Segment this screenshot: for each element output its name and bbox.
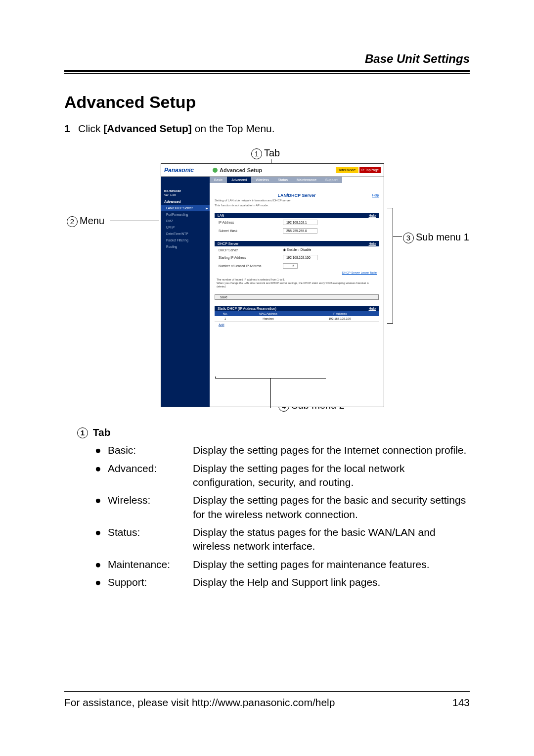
td-mac: Handset — [236, 316, 301, 322]
circ-2: 2 — [67, 216, 78, 227]
menu-routing[interactable]: Routing — [161, 243, 210, 250]
ss-model-block: KX-WPA102 Ver. 1.00 — [161, 189, 210, 198]
menu-upnp[interactable]: UPnP — [161, 224, 210, 231]
bullet-icon: ● — [95, 558, 102, 571]
row-ip: IP Address 192.168.102.1 — [215, 218, 379, 227]
bullet-icon: ● — [95, 493, 102, 521]
help-link-static[interactable]: Help — [369, 307, 376, 310]
desc-heading-text: Tab — [93, 426, 111, 438]
sec-lan-label: LAN — [218, 214, 224, 217]
router-screenshot: Panasonic Advanced Setup Hotel Mode: ⟳ T… — [161, 163, 384, 407]
circ-3: 3 — [403, 233, 414, 243]
menu-datetime[interactable]: Date/Time/NTP — [161, 231, 210, 237]
globe-icon — [213, 168, 218, 173]
section-lan: LANHelp — [215, 213, 379, 218]
num-leased-input[interactable]: 5 — [283, 263, 298, 269]
ss-pagename-text: Advanced Setup — [220, 167, 262, 173]
menu-portfwd[interactable]: PortForwarding — [161, 211, 210, 218]
desc-label-support: Support: — [108, 575, 187, 589]
dhcp-radios[interactable]: ◉ Enable ○ Disable — [283, 248, 311, 252]
desc-text-advanced: Display the setting pages for the local … — [193, 462, 470, 490]
bracket-sm2 — [215, 377, 326, 378]
step-suffix: on the Top Menu. — [192, 123, 275, 134]
bullet-icon: ● — [95, 462, 102, 490]
help-link-lan[interactable]: Help — [369, 214, 376, 217]
desc-label-advanced: Advanced: — [108, 462, 187, 490]
tab-wireless[interactable]: Wireless — [251, 177, 273, 183]
ss-main: Basic Advanced Wireless Status Maintenan… — [210, 177, 384, 407]
tab-maintenance[interactable]: Maintenance — [292, 177, 321, 183]
brand-logo: Panasonic — [164, 167, 213, 174]
bracket-submenu1 — [387, 208, 393, 324]
sec-dhcp-label: DHCP Server — [218, 242, 238, 245]
enable-label: Enable — [287, 248, 297, 251]
save-button[interactable]: Save — [215, 294, 379, 300]
step-number: 1 — [64, 123, 73, 135]
callout-line-menu — [110, 221, 159, 221]
menu-lan-dhcp[interactable]: LAN/DHCP Server — [161, 205, 210, 211]
step-1: 1 Click [Advanced Setup] on the Top Menu… — [64, 123, 470, 135]
td-ip: 192.168.102.100 — [301, 316, 379, 322]
subnet-label: Subnet Mask — [219, 229, 283, 233]
th-no: No. — [215, 311, 236, 316]
tab-status[interactable]: Status — [273, 177, 292, 183]
bullet-icon: ● — [95, 575, 102, 589]
toppage-label: TopPage — [365, 168, 379, 172]
desc-label-status: Status: — [108, 525, 187, 554]
desc-row-wireless: ● Wireless: Display the setting pages fo… — [64, 491, 470, 523]
tab-basic[interactable]: Basic — [210, 177, 227, 183]
static-table: No. MAC Address IP Address 1 Handset 192… — [215, 311, 379, 322]
menu-packetfilter[interactable]: Packet Filtering — [161, 237, 210, 243]
ss-tabs: Basic Advanced Wireless Status Maintenan… — [210, 177, 379, 183]
ss-version: Ver. 1.00 — [164, 193, 207, 196]
table-header-row: No. MAC Address IP Address — [215, 311, 379, 316]
reboot-icon: ⟳ — [361, 168, 364, 172]
brand-wrap: Panasonic — [164, 167, 213, 174]
tab-advanced[interactable]: Advanced — [227, 177, 251, 183]
desc-heading: 1 Tab — [64, 426, 470, 438]
start-ip-input[interactable]: 192.168.102.100 — [283, 255, 317, 260]
menu-dmz[interactable]: DMZ — [161, 218, 210, 224]
start-ip-label: Starting IP Address — [219, 256, 283, 259]
page-header-title: Base Unit Settings — [64, 52, 470, 66]
row-dhcp-server: DHCP Server ◉ Enable ○ Disable — [215, 246, 379, 253]
subnet-input[interactable]: 255.255.255.0 — [283, 228, 317, 234]
callout-tab: 1Tab — [251, 147, 280, 159]
callout-submenu1-label: Sub menu 1 — [416, 232, 469, 242]
num-leased-label: Number of Leased IP Address — [219, 264, 283, 268]
circ-1b: 1 — [77, 427, 88, 438]
tab-support[interactable]: Support — [321, 177, 342, 183]
step-bold: [Advanced Setup] — [103, 123, 192, 134]
ip-label: IP Address — [219, 221, 283, 224]
disable-label: Disable — [301, 248, 312, 251]
footer-page: 143 — [452, 697, 470, 709]
callout-submenu1: 3Sub menu 1 — [403, 232, 469, 243]
desc-label-maint: Maintenance: — [108, 558, 187, 571]
help-link-dhcp[interactable]: Help — [369, 242, 376, 245]
hotel-label: Hotel Mode: — [338, 168, 356, 172]
desc-text-support: Display the Help and Support link pages. — [193, 575, 470, 589]
desc-row-support: ● Support: Display the Help and Support … — [64, 573, 470, 591]
sidebar-heading: Advanced — [161, 198, 210, 205]
td-no: 1 — [215, 316, 236, 322]
lease-table-link[interactable]: DHCP Server Lease Table — [215, 270, 379, 275]
circ-1: 1 — [251, 148, 262, 159]
ss-notes: The number of leased IP address is selec… — [215, 275, 379, 291]
note2: When you change the LAN side network and… — [217, 282, 369, 288]
ss-topbar: Panasonic Advanced Setup Hotel Mode: ⟳ T… — [161, 164, 384, 177]
reboot-button[interactable]: ⟳ TopPage — [359, 167, 381, 173]
callout-menu: 2Menu — [67, 215, 104, 227]
hotel-mode-button[interactable]: Hotel Mode: — [336, 167, 358, 173]
section-static: Static DHCP (IP Address Reservation)Help — [215, 306, 379, 311]
ss-desc1: Setting of LAN side network information … — [215, 199, 379, 202]
ss-body: KX-WPA102 Ver. 1.00 Advanced LAN/DHCP Se… — [161, 177, 384, 407]
description-block: 1 Tab ● Basic: Display the setting pages… — [64, 426, 470, 592]
callout-menu-label: Menu — [80, 215, 104, 226]
row-subnet: Subnet Mask 255.255.255.0 — [215, 227, 379, 235]
desc-text-status: Display the status pages for the basic W… — [193, 525, 470, 554]
ip-input[interactable]: 192.168.102.1 — [283, 220, 317, 225]
add-link[interactable]: Add — [215, 322, 228, 328]
footer-text: For assistance, please visit http://www.… — [64, 697, 335, 709]
step-text: Click [Advanced Setup] on the Top Menu. — [78, 123, 275, 135]
desc-label-basic: Basic: — [108, 443, 187, 457]
